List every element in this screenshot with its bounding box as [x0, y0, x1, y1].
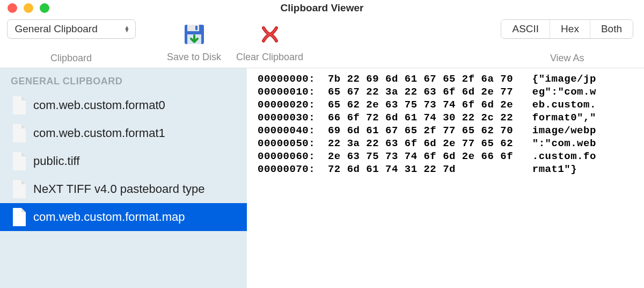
format-label: com.web.custom.format0: [33, 98, 165, 112]
floppy-disk-icon: [182, 23, 206, 46]
file-icon: [12, 96, 26, 114]
format-row[interactable]: public.tiff: [0, 147, 247, 175]
sidebar-section-header: GENERAL CLIPBOARD: [0, 73, 247, 91]
format-label: public.tiff: [33, 154, 79, 168]
view-ascii-button[interactable]: ASCII: [501, 20, 550, 38]
file-icon: [12, 208, 26, 226]
clipboard-select-value: General Clipboard: [15, 23, 98, 35]
view-as-label: View As: [550, 53, 584, 64]
format-label: com.web.custom.format1: [33, 126, 165, 140]
clipboard-select[interactable]: General Clipboard ▲▼: [7, 19, 136, 39]
format-row[interactable]: com.web.custom.format.map: [0, 203, 247, 231]
format-row[interactable]: NeXT TIFF v4.0 pasteboard type: [0, 175, 247, 203]
format-label: com.web.custom.format.map: [33, 210, 185, 224]
updown-arrows-icon: ▲▼: [125, 26, 130, 32]
titlebar: Clipboard Viewer: [0, 0, 644, 16]
format-list: com.web.custom.format0com.web.custom.for…: [0, 91, 247, 231]
clear-clipboard-button[interactable]: Clear Clipboard: [236, 20, 303, 63]
svg-rect-2: [195, 26, 197, 30]
clipboard-select-label: Clipboard: [50, 53, 92, 64]
minimize-window-button[interactable]: [24, 3, 33, 13]
window-controls: [8, 3, 49, 13]
file-icon: [12, 180, 26, 198]
file-icon: [12, 152, 26, 170]
window-title: Clipboard Viewer: [0, 2, 644, 14]
format-label: NeXT TIFF v4.0 pasteboard type: [33, 182, 205, 196]
format-row[interactable]: com.web.custom.format0: [0, 91, 247, 119]
sidebar: GENERAL CLIPBOARD com.web.custom.format0…: [0, 68, 247, 288]
close-window-button[interactable]: [8, 3, 17, 13]
save-to-disk-button[interactable]: Save to Disk: [167, 20, 221, 63]
clear-clipboard-label: Clear Clipboard: [236, 52, 303, 63]
toolbar: General Clipboard ▲▼ Clipboard Save to D…: [0, 16, 644, 68]
file-icon: [12, 124, 26, 142]
view-hex-button[interactable]: Hex: [550, 20, 590, 38]
format-row[interactable]: com.web.custom.format1: [0, 119, 247, 147]
view-as-segmented: ASCII Hex Both: [501, 19, 633, 39]
zoom-window-button[interactable]: [40, 3, 49, 13]
view-both-button[interactable]: Both: [590, 20, 633, 38]
hex-viewer: 00000000: 7b 22 69 6d 61 67 65 2f 6a 70 …: [247, 68, 644, 288]
hex-dump-text: 00000000: 7b 22 69 6d 61 67 65 2f 6a 70 …: [258, 73, 633, 176]
save-to-disk-label: Save to Disk: [167, 52, 221, 63]
x-icon: [259, 24, 281, 45]
